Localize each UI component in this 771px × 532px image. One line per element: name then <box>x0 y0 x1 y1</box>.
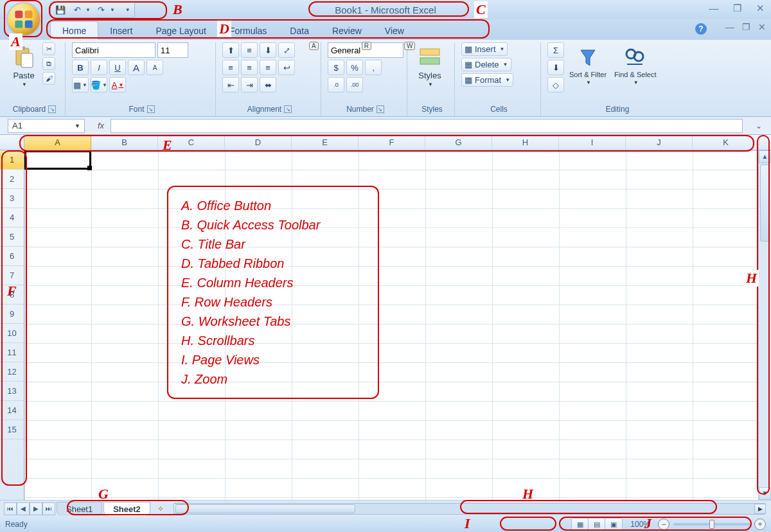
row-header[interactable]: 11 <box>0 343 24 362</box>
row-header[interactable]: 14 <box>0 401 24 420</box>
fill-color-button[interactable]: 🪣▼ <box>91 77 107 93</box>
font-name-combo[interactable] <box>72 42 155 58</box>
row-header[interactable]: 9 <box>0 305 24 324</box>
wb-restore-button[interactable]: ❐ <box>742 22 750 32</box>
row-header[interactable]: 6 <box>0 247 24 266</box>
font-size-combo[interactable] <box>157 42 188 58</box>
first-sheet-button[interactable]: ⏮ <box>4 502 17 515</box>
last-sheet-button[interactable]: ⏭ <box>42 502 55 515</box>
redo-icon[interactable]: ↷ <box>96 4 107 15</box>
col-header-G[interactable]: G <box>425 135 492 150</box>
cut-button[interactable]: ✂ <box>42 42 55 55</box>
underline-button[interactable]: U <box>109 60 126 75</box>
align-bottom-button[interactable]: ⬇ <box>260 42 276 58</box>
sheet-tab-sheet1[interactable]: Sheet1 <box>57 502 102 516</box>
vertical-scrollbar[interactable]: ▲ ▼ <box>758 150 771 500</box>
help-icon[interactable]: ? <box>695 23 707 35</box>
office-button[interactable] <box>6 2 41 37</box>
autosum-button[interactable]: Σ <box>547 42 564 58</box>
align-middle-button[interactable]: ≡ <box>241 42 258 58</box>
styles-button[interactable]: Styles▼ <box>414 42 446 90</box>
col-header-B[interactable]: B <box>91 135 158 150</box>
shrink-font-button[interactable]: A <box>146 60 163 75</box>
copy-button[interactable]: ⧉ <box>42 57 55 70</box>
increase-indent-button[interactable]: ⇥ <box>241 77 258 93</box>
fill-button[interactable]: ⬇ <box>547 60 564 75</box>
align-top-button[interactable]: ⬆ <box>222 42 239 58</box>
row-header-1[interactable]: 1 <box>0 150 24 170</box>
tab-view[interactable]: ViewW <box>373 22 416 40</box>
col-header-I[interactable]: I <box>559 135 626 150</box>
col-header-D[interactable]: D <box>225 135 292 150</box>
row-header[interactable]: 2 <box>0 170 24 189</box>
sheet-tab-sheet2[interactable]: Sheet2 <box>103 502 150 516</box>
zoom-in-button[interactable]: + <box>754 519 766 530</box>
decrease-decimal-button[interactable]: .00 <box>346 77 363 93</box>
row-header[interactable]: 12 <box>0 362 24 382</box>
new-sheet-button[interactable]: ✧ <box>153 502 168 515</box>
zoom-slider-knob[interactable] <box>709 520 714 529</box>
grow-font-button[interactable]: A <box>128 60 145 75</box>
align-right-button[interactable]: ≡ <box>260 60 276 75</box>
save-icon[interactable]: 💾 <box>55 4 66 15</box>
wrap-text-button[interactable]: ↩ <box>278 60 295 75</box>
formula-input[interactable] <box>111 119 743 133</box>
undo-dropdown[interactable]: ▼ <box>85 7 91 13</box>
italic-button[interactable]: I <box>91 60 107 75</box>
font-color-button[interactable]: A▼ <box>109 77 126 93</box>
close-button[interactable]: ✕ <box>753 3 767 14</box>
percent-button[interactable]: % <box>346 60 363 75</box>
font-dialog-launcher[interactable]: ↘ <box>147 105 155 113</box>
maximize-button[interactable]: ❐ <box>730 3 744 14</box>
col-header-J[interactable]: J <box>626 135 693 150</box>
align-left-button[interactable]: ≡ <box>222 60 239 75</box>
normal-view-button[interactable]: ▦ <box>572 519 589 530</box>
scroll-right-button[interactable]: ▶ <box>754 504 766 514</box>
page-layout-view-button[interactable]: ▤ <box>589 519 605 530</box>
row-header[interactable]: 3 <box>0 189 24 208</box>
scroll-down-button[interactable]: ▼ <box>759 487 771 500</box>
format-cells-button[interactable]: ▦ Format ▼ <box>461 73 513 87</box>
clipboard-dialog-launcher[interactable]: ↘ <box>48 105 56 113</box>
name-box[interactable]: A1▼ <box>8 119 85 133</box>
orientation-button[interactable]: ⤢ <box>278 42 295 58</box>
alignment-dialog-launcher[interactable]: ↘ <box>284 105 292 113</box>
delete-cells-button[interactable]: ▦ Delete ▼ <box>461 58 511 71</box>
page-break-view-button[interactable]: ▣ <box>605 519 622 530</box>
next-sheet-button[interactable]: ▶ <box>30 502 42 515</box>
expand-formula-bar[interactable]: ⌄ <box>756 121 767 130</box>
active-cell[interactable] <box>24 150 91 170</box>
clear-button[interactable]: ◇ <box>547 77 564 93</box>
sort-filter-button[interactable]: Sort & Filter▼ <box>567 42 609 88</box>
cells-grid[interactable]: A. Office ButtonB. Quick Access ToolbarC… <box>24 150 771 500</box>
align-center-button[interactable]: ≡ <box>241 60 258 75</box>
col-header-K[interactable]: K <box>693 135 759 150</box>
row-header[interactable]: 13 <box>0 382 24 401</box>
decrease-indent-button[interactable]: ⇤ <box>222 77 239 93</box>
prev-sheet-button[interactable]: ◀ <box>17 502 30 515</box>
tab-page-layout[interactable]: Page Layout <box>144 22 218 40</box>
find-select-button[interactable]: Find & Select▼ <box>612 42 659 88</box>
row-header[interactable]: 10 <box>0 324 24 343</box>
row-header[interactable]: 15 <box>0 420 24 439</box>
minimize-button[interactable]: — <box>707 3 721 14</box>
tab-home[interactable]: Home <box>50 21 98 40</box>
tab-data[interactable]: DataA <box>278 22 321 40</box>
wb-minimize-button[interactable]: — <box>725 22 734 32</box>
redo-dropdown[interactable]: ▼ <box>110 7 115 13</box>
select-all-button[interactable] <box>0 135 24 150</box>
zoom-out-button[interactable]: − <box>658 519 669 530</box>
increase-decimal-button[interactable]: .0 <box>328 77 344 93</box>
bold-button[interactable]: B <box>72 60 89 75</box>
insert-cells-button[interactable]: ▦ Insert ▼ <box>461 42 508 56</box>
row-header[interactable]: 4 <box>0 208 24 227</box>
borders-button[interactable]: ▦▼ <box>72 77 89 93</box>
merge-center-button[interactable]: ⬌ <box>260 77 276 93</box>
col-header-G[interactable]: H <box>492 135 559 150</box>
row-header[interactable]: 5 <box>0 227 24 247</box>
vscroll-thumb[interactable] <box>760 164 770 242</box>
fx-icon[interactable]: fx <box>98 121 104 130</box>
format-painter-button[interactable]: 🖌 <box>42 72 55 85</box>
col-header-A[interactable]: A <box>24 135 91 150</box>
currency-button[interactable]: $ <box>328 60 344 75</box>
